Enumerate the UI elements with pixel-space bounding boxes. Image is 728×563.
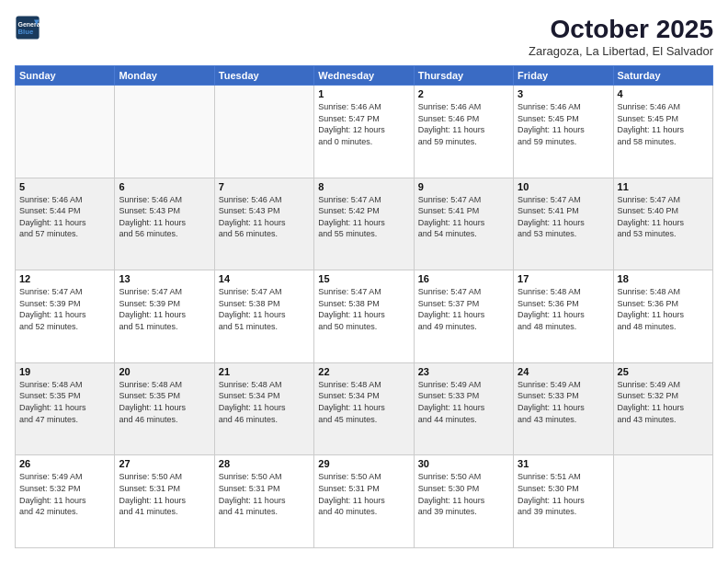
calendar-cell: 14Sunrise: 5:47 AMSunset: 5:38 PMDayligh… bbox=[214, 270, 313, 363]
day-info: Sunrise: 5:47 AMSunset: 5:41 PMDaylight:… bbox=[418, 194, 509, 240]
day-number: 4 bbox=[618, 88, 709, 99]
calendar-week-3: 12Sunrise: 5:47 AMSunset: 5:39 PMDayligh… bbox=[16, 270, 713, 363]
day-info: Sunrise: 5:47 AMSunset: 5:41 PMDaylight:… bbox=[518, 194, 609, 240]
day-info: Sunrise: 5:48 AMSunset: 5:35 PMDaylight:… bbox=[19, 379, 110, 425]
day-number: 18 bbox=[618, 273, 709, 284]
day-number: 8 bbox=[318, 181, 409, 192]
day-info: Sunrise: 5:47 AMSunset: 5:42 PMDaylight:… bbox=[318, 194, 409, 240]
logo: General Blue bbox=[15, 15, 40, 40]
title-block: October 2025 Zaragoza, La Libertad, El S… bbox=[529, 15, 713, 58]
calendar-cell: 31Sunrise: 5:51 AMSunset: 5:30 PMDayligh… bbox=[514, 455, 613, 548]
weekday-header-saturday: Saturday bbox=[613, 66, 712, 86]
calendar-cell: 3Sunrise: 5:46 AMSunset: 5:45 PMDaylight… bbox=[514, 86, 613, 178]
calendar-cell: 12Sunrise: 5:47 AMSunset: 5:39 PMDayligh… bbox=[16, 270, 115, 363]
month-title: October 2025 bbox=[529, 15, 713, 44]
day-number: 22 bbox=[318, 366, 409, 377]
day-number: 28 bbox=[219, 458, 310, 469]
calendar-cell: 30Sunrise: 5:50 AMSunset: 5:30 PMDayligh… bbox=[414, 455, 513, 548]
calendar-cell: 4Sunrise: 5:46 AMSunset: 5:45 PMDaylight… bbox=[613, 86, 712, 178]
day-info: Sunrise: 5:50 AMSunset: 5:31 PMDaylight:… bbox=[318, 471, 409, 517]
day-number: 25 bbox=[618, 366, 709, 377]
day-info: Sunrise: 5:48 AMSunset: 5:36 PMDaylight:… bbox=[618, 286, 709, 332]
header-row: SundayMondayTuesdayWednesdayThursdayFrid… bbox=[16, 66, 713, 86]
day-info: Sunrise: 5:46 AMSunset: 5:45 PMDaylight:… bbox=[518, 101, 609, 147]
day-number: 31 bbox=[518, 458, 609, 469]
calendar-cell: 13Sunrise: 5:47 AMSunset: 5:39 PMDayligh… bbox=[115, 270, 214, 363]
calendar-cell: 27Sunrise: 5:50 AMSunset: 5:31 PMDayligh… bbox=[115, 455, 214, 548]
calendar-cell: 6Sunrise: 5:46 AMSunset: 5:43 PMDaylight… bbox=[115, 178, 214, 270]
calendar-cell: 9Sunrise: 5:47 AMSunset: 5:41 PMDaylight… bbox=[414, 178, 513, 270]
day-info: Sunrise: 5:48 AMSunset: 5:34 PMDaylight:… bbox=[318, 379, 409, 425]
calendar-cell: 7Sunrise: 5:46 AMSunset: 5:43 PMDaylight… bbox=[214, 178, 313, 270]
day-number: 7 bbox=[219, 181, 310, 192]
calendar-cell bbox=[115, 86, 214, 178]
calendar-week-1: 1Sunrise: 5:46 AMSunset: 5:47 PMDaylight… bbox=[16, 86, 713, 178]
day-number: 16 bbox=[418, 273, 509, 284]
day-number: 26 bbox=[19, 458, 110, 469]
day-info: Sunrise: 5:51 AMSunset: 5:30 PMDaylight:… bbox=[518, 471, 609, 517]
day-info: Sunrise: 5:49 AMSunset: 5:33 PMDaylight:… bbox=[418, 379, 509, 425]
calendar-cell: 15Sunrise: 5:47 AMSunset: 5:38 PMDayligh… bbox=[314, 270, 414, 363]
weekday-header-tuesday: Tuesday bbox=[214, 66, 313, 86]
calendar-cell: 5Sunrise: 5:46 AMSunset: 5:44 PMDaylight… bbox=[16, 178, 115, 270]
calendar-week-4: 19Sunrise: 5:48 AMSunset: 5:35 PMDayligh… bbox=[16, 362, 713, 455]
svg-text:Blue: Blue bbox=[18, 28, 34, 36]
calendar-cell: 18Sunrise: 5:48 AMSunset: 5:36 PMDayligh… bbox=[613, 270, 712, 363]
day-info: Sunrise: 5:50 AMSunset: 5:31 PMDaylight:… bbox=[219, 471, 310, 517]
day-number: 1 bbox=[318, 88, 409, 99]
calendar-cell: 2Sunrise: 5:46 AMSunset: 5:46 PMDaylight… bbox=[414, 86, 513, 178]
day-info: Sunrise: 5:46 AMSunset: 5:43 PMDaylight:… bbox=[119, 194, 210, 240]
day-info: Sunrise: 5:48 AMSunset: 5:35 PMDaylight:… bbox=[119, 379, 210, 425]
day-number: 6 bbox=[119, 181, 210, 192]
day-number: 11 bbox=[618, 181, 709, 192]
day-info: Sunrise: 5:46 AMSunset: 5:46 PMDaylight:… bbox=[418, 101, 509, 147]
day-info: Sunrise: 5:50 AMSunset: 5:31 PMDaylight:… bbox=[119, 471, 210, 517]
day-number: 12 bbox=[19, 273, 110, 284]
day-number: 17 bbox=[518, 273, 609, 284]
calendar-cell bbox=[16, 86, 115, 178]
weekday-header-thursday: Thursday bbox=[414, 66, 513, 86]
calendar-cell: 28Sunrise: 5:50 AMSunset: 5:31 PMDayligh… bbox=[214, 455, 313, 548]
day-number: 23 bbox=[418, 366, 509, 377]
weekday-header-wednesday: Wednesday bbox=[314, 66, 414, 86]
day-number: 14 bbox=[219, 273, 310, 284]
calendar-cell: 8Sunrise: 5:47 AMSunset: 5:42 PMDaylight… bbox=[314, 178, 414, 270]
day-info: Sunrise: 5:47 AMSunset: 5:39 PMDaylight:… bbox=[119, 286, 210, 332]
day-info: Sunrise: 5:48 AMSunset: 5:34 PMDaylight:… bbox=[219, 379, 310, 425]
day-number: 27 bbox=[119, 458, 210, 469]
day-info: Sunrise: 5:46 AMSunset: 5:47 PMDaylight:… bbox=[318, 101, 409, 147]
weekday-header-friday: Friday bbox=[514, 66, 613, 86]
location-subtitle: Zaragoza, La Libertad, El Salvador bbox=[529, 44, 713, 58]
header: General Blue October 2025 Zaragoza, La L… bbox=[15, 15, 713, 58]
calendar-cell: 25Sunrise: 5:49 AMSunset: 5:32 PMDayligh… bbox=[613, 362, 712, 455]
day-info: Sunrise: 5:47 AMSunset: 5:40 PMDaylight:… bbox=[618, 194, 709, 240]
day-number: 13 bbox=[119, 273, 210, 284]
day-number: 24 bbox=[518, 366, 609, 377]
day-info: Sunrise: 5:46 AMSunset: 5:44 PMDaylight:… bbox=[19, 194, 110, 240]
day-info: Sunrise: 5:50 AMSunset: 5:30 PMDaylight:… bbox=[418, 471, 509, 517]
day-info: Sunrise: 5:46 AMSunset: 5:45 PMDaylight:… bbox=[618, 101, 709, 147]
calendar-table: SundayMondayTuesdayWednesdayThursdayFrid… bbox=[15, 65, 713, 548]
day-info: Sunrise: 5:47 AMSunset: 5:38 PMDaylight:… bbox=[318, 286, 409, 332]
day-number: 5 bbox=[19, 181, 110, 192]
calendar-cell: 23Sunrise: 5:49 AMSunset: 5:33 PMDayligh… bbox=[414, 362, 513, 455]
day-info: Sunrise: 5:49 AMSunset: 5:33 PMDaylight:… bbox=[518, 379, 609, 425]
day-info: Sunrise: 5:46 AMSunset: 5:43 PMDaylight:… bbox=[219, 194, 310, 240]
calendar-cell: 1Sunrise: 5:46 AMSunset: 5:47 PMDaylight… bbox=[314, 86, 414, 178]
calendar-cell: 26Sunrise: 5:49 AMSunset: 5:32 PMDayligh… bbox=[16, 455, 115, 548]
weekday-header-sunday: Sunday bbox=[16, 66, 115, 86]
day-number: 2 bbox=[418, 88, 509, 99]
calendar-week-5: 26Sunrise: 5:49 AMSunset: 5:32 PMDayligh… bbox=[16, 455, 713, 548]
page: General Blue October 2025 Zaragoza, La L… bbox=[0, 0, 728, 563]
calendar-week-2: 5Sunrise: 5:46 AMSunset: 5:44 PMDaylight… bbox=[16, 178, 713, 270]
day-number: 10 bbox=[518, 181, 609, 192]
day-info: Sunrise: 5:49 AMSunset: 5:32 PMDaylight:… bbox=[618, 379, 709, 425]
calendar-cell bbox=[613, 455, 712, 548]
day-info: Sunrise: 5:47 AMSunset: 5:39 PMDaylight:… bbox=[19, 286, 110, 332]
calendar-cell: 21Sunrise: 5:48 AMSunset: 5:34 PMDayligh… bbox=[214, 362, 313, 455]
day-info: Sunrise: 5:47 AMSunset: 5:38 PMDaylight:… bbox=[219, 286, 310, 332]
day-number: 20 bbox=[119, 366, 210, 377]
day-number: 19 bbox=[19, 366, 110, 377]
calendar-cell: 16Sunrise: 5:47 AMSunset: 5:37 PMDayligh… bbox=[414, 270, 513, 363]
logo-icon: General Blue bbox=[15, 15, 40, 40]
